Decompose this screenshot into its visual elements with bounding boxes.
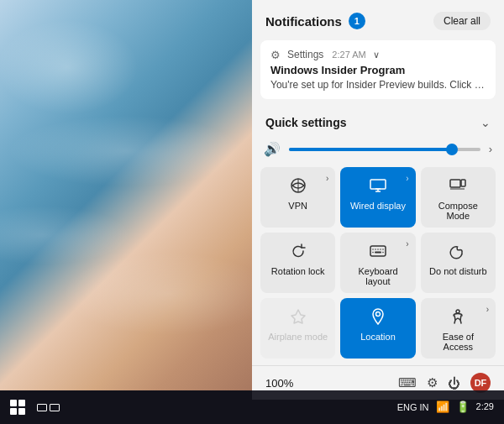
battery-icon: 🔋 xyxy=(456,400,470,413)
svg-rect-9 xyxy=(370,246,386,256)
tile-wired-display-label: Wired display xyxy=(350,201,406,211)
tile-location-label: Location xyxy=(360,332,396,342)
tile-location[interactable]: Location xyxy=(340,298,415,359)
settings-footer-icon[interactable]: ⚙ xyxy=(427,375,438,390)
notification-item-header: ⚙ Settings 2:27 AM ∨ xyxy=(270,49,486,60)
svg-point-19 xyxy=(456,310,459,313)
volume-slider[interactable] xyxy=(289,148,480,151)
quick-settings-header: Quick settings ⌄ xyxy=(252,107,504,136)
svg-rect-7 xyxy=(461,180,465,186)
notification-item[interactable]: ⚙ Settings 2:27 AM ∨ Windows Insider Pro… xyxy=(260,40,496,99)
brightness-value: 100% xyxy=(265,377,293,390)
notifications-header: Notifications 1 Clear all xyxy=(252,0,504,37)
quick-settings-chevron-icon[interactable]: ⌄ xyxy=(480,116,491,129)
svg-rect-6 xyxy=(450,180,460,187)
notifications-badge: 1 xyxy=(349,13,365,29)
tile-compose-mode[interactable]: Compose Mode xyxy=(421,167,496,228)
volume-slider-fill xyxy=(289,148,452,151)
notification-body: You're set up for Insider Preview builds… xyxy=(270,79,486,91)
clock-time: 2:29 xyxy=(476,400,494,413)
wired-display-icon xyxy=(368,175,388,196)
volume-slider-thumb xyxy=(446,144,458,155)
do-not-disturb-icon xyxy=(448,241,468,261)
svg-point-18 xyxy=(375,312,380,317)
keyboard-layout-icon xyxy=(368,241,388,261)
tile-ease-of-access-label: Ease of Access xyxy=(428,332,489,352)
tile-airplane-mode-label: Airplane mode xyxy=(268,332,328,342)
network-icon: 📶 xyxy=(436,400,449,413)
rotation-lock-icon xyxy=(288,241,308,261)
tile-vpn[interactable]: › VPN xyxy=(260,167,335,228)
vpn-chevron-icon: › xyxy=(326,174,328,183)
tile-keyboard-layout[interactable]: › Keyboard layout xyxy=(340,233,415,293)
taskbar: ENG IN 📶 🔋 2:29 xyxy=(0,390,504,424)
compose-mode-icon xyxy=(448,175,468,196)
vpn-icon xyxy=(288,175,308,196)
notification-time: 2:27 AM xyxy=(332,50,365,60)
svg-rect-2 xyxy=(370,180,386,189)
quick-settings-title: Quick settings xyxy=(265,116,346,129)
sys-info-text: ENG IN xyxy=(397,402,429,412)
keyboard-footer-icon[interactable]: ⌨ xyxy=(398,375,417,390)
tile-do-not-disturb[interactable]: Do not disturb xyxy=(421,233,496,293)
tile-rotation-lock[interactable]: Rotation lock xyxy=(260,233,335,293)
tile-do-not-disturb-label: Do not disturb xyxy=(429,266,486,276)
taskbar-left xyxy=(10,400,60,415)
notifications-title-area: Notifications 1 xyxy=(265,13,365,29)
ease-of-access-icon xyxy=(448,306,468,327)
taskbar-task-view[interactable] xyxy=(37,404,60,411)
quick-settings-section: Quick settings ⌄ 🔊 › xyxy=(252,107,504,400)
tile-keyboard-layout-label: Keyboard layout xyxy=(347,266,408,286)
tile-rotation-lock-label: Rotation lock xyxy=(271,266,325,276)
notification-dropdown-icon[interactable]: ∨ xyxy=(373,50,380,60)
location-icon xyxy=(368,306,388,327)
wired-display-chevron-icon: › xyxy=(406,174,408,183)
notification-title: Windows Insider Program xyxy=(270,64,486,76)
tile-wired-display[interactable]: › Wired display xyxy=(340,167,415,228)
taskbar-right: ENG IN 📶 🔋 2:29 xyxy=(397,400,494,413)
tile-airplane-mode[interactable]: Airplane mode xyxy=(260,298,335,359)
airplane-mode-icon xyxy=(288,306,308,327)
tile-vpn-label: VPN xyxy=(288,201,307,211)
taskbar-time[interactable]: 2:29 xyxy=(476,400,494,413)
volume-icon: 🔊 xyxy=(264,141,281,157)
tile-ease-of-access[interactable]: › Ease of Access xyxy=(421,298,496,359)
settings-app-icon: ⚙ xyxy=(270,49,282,60)
volume-expand-icon[interactable]: › xyxy=(489,143,492,155)
action-center-panel: Notifications 1 Clear all ⚙ Settings 2:2… xyxy=(252,0,504,390)
desktop-background xyxy=(0,0,252,390)
keyboard-layout-chevron-icon: › xyxy=(406,239,408,249)
notifications-title: Notifications xyxy=(265,14,342,29)
clear-all-button[interactable]: Clear all xyxy=(433,12,491,30)
notification-app-name: Settings xyxy=(287,49,323,60)
ease-of-access-chevron-icon: › xyxy=(486,305,489,314)
power-footer-icon[interactable]: ⏻ xyxy=(448,376,460,390)
windows-start-button[interactable] xyxy=(10,400,25,415)
quick-settings-tiles: › VPN › Wired display xyxy=(252,162,504,364)
volume-row: 🔊 › xyxy=(252,136,504,162)
tile-compose-mode-label: Compose Mode xyxy=(428,201,489,221)
